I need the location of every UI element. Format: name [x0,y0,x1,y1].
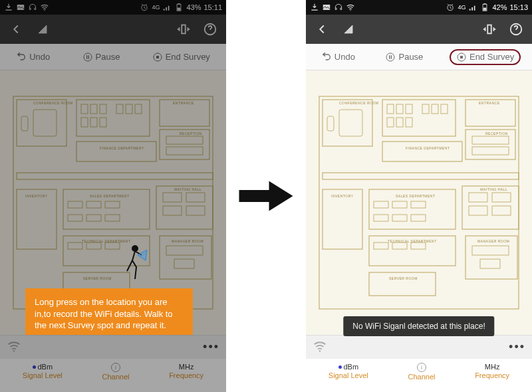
svg-rect-115 [480,259,500,268]
status-bar: 4G 43% 15:11 [0,0,226,15]
svg-rect-33 [126,104,132,114]
floorplan-image: CONFERENCE ROOM ENTRANCE RECEPTION FINAN… [306,70,532,335]
signal-icon [162,3,172,12]
undo-button[interactable]: Undo [317,49,359,65]
svg-rect-100 [472,147,509,155]
vibrate-icon[interactable] [173,19,194,40]
svg-rect-37 [163,193,182,202]
svg-rect-16 [76,142,156,161]
pause-button[interactable]: Pause [381,49,427,65]
action-row: Undo Pause End Survey [306,44,532,70]
phone-right: 4G 42% 15:13 Undo Pause End Survey [306,0,532,392]
svg-rect-114 [472,246,509,255]
svg-point-126 [319,350,321,351]
svg-rect-47 [68,243,82,249]
svg-rect-12 [17,100,66,146]
svg-rect-97 [432,104,438,114]
svg-rect-69 [483,8,487,11]
svg-rect-25 [33,110,57,136]
svg-text:CONFERENCE ROOM: CONFERENCE ROOM [339,101,378,105]
svg-rect-95 [406,118,412,127]
battery-icon [480,3,489,12]
vibrate-icon[interactable] [479,19,500,40]
wifi-icon [40,3,49,12]
more-menu-icon[interactable]: ••• [203,340,219,354]
floor-map[interactable]: CONFERENCE ROOM ENTRANCE RECEPTION FINAN… [0,70,226,335]
pause-button[interactable]: Pause [78,49,124,65]
alarm-icon [140,3,149,12]
help-icon[interactable] [505,19,527,40]
legend-signal: dBm Signal Level [329,363,368,379]
wifi-bar: ••• [0,335,226,359]
download-icon [310,3,319,12]
svg-rect-77 [382,100,456,136]
svg-text:SERVER ROOM: SERVER ROOM [83,276,112,280]
svg-rect-104 [492,206,511,215]
svg-point-1 [44,10,45,11]
legend-channel: i Channel [102,363,129,381]
svg-rect-76 [323,100,372,146]
svg-rect-99 [472,136,509,144]
svg-rect-5 [178,8,181,11]
svg-rect-32 [116,104,123,114]
legend-channel: i Channel [408,363,435,381]
svg-text:SALES DEPARTMENT: SALES DEPARTMENT [396,194,436,198]
svg-rect-105 [374,201,388,208]
end-survey-button[interactable]: End Survey [450,49,521,65]
svg-text:FINANCE DEPARTMENT: FINANCE DEPARTMENT [100,146,144,150]
battery-icon [174,3,184,12]
image-icon [322,3,331,12]
svg-rect-109 [392,215,407,221]
svg-text:MANAGER ROOM: MANAGER ROOM [477,239,509,243]
svg-rect-39 [163,206,182,215]
end-survey-button[interactable]: End Survey [148,49,214,65]
download-icon [4,3,13,12]
svg-rect-98 [441,104,448,114]
battery-label: 43% [186,3,201,11]
svg-rect-13 [76,100,150,136]
svg-rect-28 [100,104,106,114]
legend-signal: dBm Signal Level [23,363,63,379]
svg-rect-45 [86,215,101,221]
headphones-icon [28,3,37,12]
svg-rect-68 [484,3,487,4]
svg-rect-96 [422,104,429,114]
battery-label: 42% [492,3,507,11]
back-button[interactable] [311,19,332,40]
svg-rect-4 [178,3,181,4]
svg-rect-29 [81,118,88,127]
svg-rect-93 [387,118,394,127]
svg-rect-91 [396,104,403,114]
action-row: Undo Pause End Survey [0,44,226,70]
app-bar [0,15,226,44]
floor-map[interactable]: CONFERENCE ROOM ENTRANCE RECEPTION FINAN… [306,70,532,335]
undo-button[interactable]: Undo [12,49,54,65]
svg-rect-101 [469,193,487,202]
svg-text:RECEPTION: RECEPTION [180,132,202,136]
svg-rect-89 [339,110,362,136]
transition-arrow-icon [226,0,306,392]
phone-left: 4G 43% 15:11 Undo Pause End Survey [0,0,226,392]
time-label: 15:11 [203,3,222,11]
svg-point-65 [350,10,350,11]
svg-rect-30 [90,118,97,127]
svg-rect-82 [323,189,362,249]
svg-text:ENTRANCE: ENTRANCE [173,101,194,105]
back-button[interactable] [5,19,27,40]
svg-point-62 [132,246,138,251]
svg-text:RECEPTION: RECEPTION [485,132,508,136]
svg-rect-27 [90,104,97,114]
info-icon: i [111,363,120,372]
svg-rect-24 [21,116,28,131]
svg-rect-80 [382,142,462,161]
svg-rect-94 [396,118,403,127]
status-bar: 4G 42% 15:13 [306,0,532,15]
svg-point-8 [84,53,92,61]
svg-rect-44 [68,215,82,221]
wifi-status-icon [313,339,327,356]
more-menu-icon[interactable]: ••• [509,340,525,354]
help-icon[interactable] [200,19,221,40]
svg-rect-112 [392,243,407,249]
svg-rect-40 [186,206,205,215]
svg-rect-34 [135,104,142,114]
